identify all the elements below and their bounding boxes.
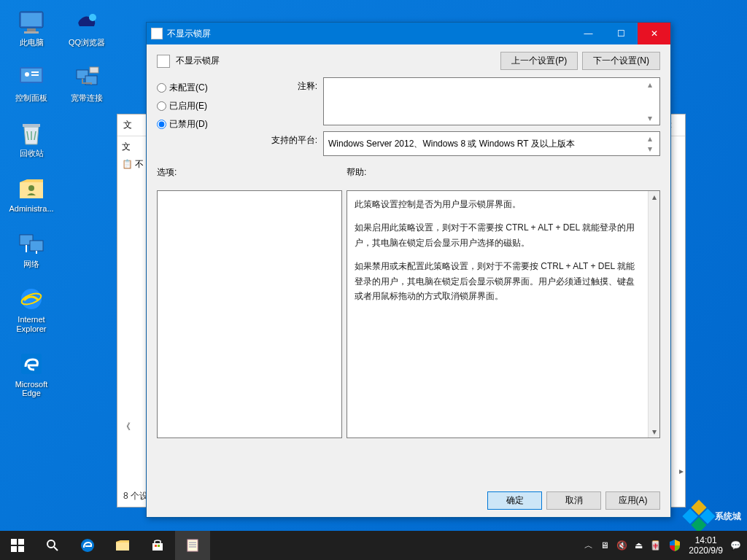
icon-label: Administra...: [9, 204, 53, 213]
desktop-icon-this-pc[interactable]: 此电脑: [7, 7, 55, 47]
tray-ime-icon[interactable]: 🀄: [650, 540, 661, 551]
prev-setting-button[interactable]: 上一个设置(P): [500, 52, 578, 70]
bg-window-prefix: 文: [123, 119, 132, 131]
svg-rect-8: [31, 74, 39, 76]
svg-rect-24: [11, 546, 17, 552]
platforms-field: Windows Server 2012、Windows 8 或 Windows …: [323, 131, 660, 156]
watermark-text: 系统城: [715, 510, 741, 523]
options-label: 选项:: [157, 166, 347, 179]
policy-icon: [157, 55, 170, 68]
tray-usb-icon[interactable]: ⏏: [635, 540, 643, 551]
icon-label: 此电脑: [20, 38, 44, 47]
system-tray: ︿ 🖥 🔇 ⏏ 🀄 14:01 2020/9/9 💬: [578, 535, 747, 556]
svg-rect-2: [27, 28, 36, 31]
options-box: [157, 190, 342, 438]
help-p2: 如果启用此策略设置，则对于不需要按 CTRL + ALT + DEL 就能登录的…: [355, 220, 639, 250]
scroll-up-icon[interactable]: ▴: [649, 191, 659, 203]
dialog-icon: [151, 28, 163, 39]
comment-textarea[interactable]: ▴▾: [323, 77, 660, 125]
desktop-icon-broadband[interactable]: 宽带连接: [63, 63, 111, 102]
clock-time: 14:01: [689, 535, 723, 545]
radio-disabled[interactable]: 已禁用(D): [157, 118, 252, 131]
icon-label: 回收站: [20, 149, 44, 158]
tray-shield-icon[interactable]: [668, 539, 681, 552]
maximize-button[interactable]: ☐: [605, 23, 638, 44]
taskbar-explorer[interactable]: [105, 531, 140, 560]
ok-button[interactable]: 确定: [487, 491, 542, 510]
platforms-label: 支持的平台:: [266, 131, 317, 156]
desktop-icon-network[interactable]: 网络: [7, 229, 55, 268]
radio-group: 未配置(C) 已启用(E) 已禁用(D): [157, 77, 252, 156]
bg-arrow: 《: [122, 421, 131, 433]
taskbar-edge[interactable]: [70, 531, 105, 560]
start-button[interactable]: [0, 531, 35, 560]
desktop-icons: 此电脑 控制面板 回收站 Administra... 网络 Internet E…: [7, 7, 55, 397]
bg-status-text: 8 个设: [123, 490, 148, 502]
cancel-button[interactable]: 取消: [546, 491, 601, 510]
watermark-logo-icon: [682, 499, 715, 532]
svg-point-18: [89, 14, 96, 21]
scroll-up-icon[interactable]: ▴: [648, 79, 658, 90]
help-p3: 如果禁用或未配置此策略设置，则对于不需要按 CTRL + ALT + DEL 就…: [355, 259, 639, 303]
svg-rect-7: [31, 71, 39, 73]
scroll-right-icon[interactable]: ▸: [679, 466, 684, 476]
svg-rect-29: [116, 542, 129, 551]
minimize-button[interactable]: —: [572, 23, 605, 44]
desktop-icon-recycle-bin[interactable]: 回收站: [7, 118, 55, 158]
svg-point-26: [47, 540, 55, 548]
tray-volume-icon[interactable]: 🔇: [616, 540, 627, 551]
search-button[interactable]: [35, 531, 70, 560]
desktop-icon-qq-browser[interactable]: QQ浏览器: [63, 7, 111, 47]
svg-rect-12: [30, 241, 43, 251]
tray-notifications-icon[interactable]: 💬: [730, 540, 741, 551]
icon-label: QQ浏览器: [69, 38, 105, 47]
svg-rect-21: [90, 67, 98, 73]
icon-label: Internet Explorer: [7, 315, 55, 332]
scroll-down-icon[interactable]: ▾: [649, 426, 659, 438]
svg-rect-23: [18, 539, 24, 545]
next-setting-button[interactable]: 下一个设置(N): [582, 52, 660, 70]
taskbar-clock[interactable]: 14:01 2020/9/9: [689, 535, 723, 556]
desktop-icon-control-panel[interactable]: 控制面板: [7, 63, 55, 102]
desktop-icon-edge[interactable]: Microsoft Edge: [7, 349, 55, 397]
svg-line-27: [54, 547, 58, 551]
taskbar-notepad[interactable]: [175, 531, 210, 560]
close-button[interactable]: ✕: [638, 23, 670, 44]
desktop-icon-ie[interactable]: Internet Explorer: [7, 284, 55, 332]
scroll-down-icon[interactable]: ▾: [648, 144, 658, 154]
icon-label: 宽带连接: [71, 93, 103, 102]
svg-rect-22: [11, 539, 17, 545]
svg-point-10: [28, 185, 34, 191]
svg-rect-1: [21, 13, 42, 26]
icon-label: 控制面板: [15, 93, 47, 102]
titlebar[interactable]: 不显示锁屏 — ☐ ✕: [147, 23, 670, 44]
watermark: 系统城: [687, 505, 741, 528]
scroll-up-icon[interactable]: ▴: [648, 133, 658, 144]
desktop-icon-administrator[interactable]: Administra...: [7, 174, 55, 213]
dialog-title: 不显示锁屏: [167, 28, 572, 40]
help-scrollbar[interactable]: ▴ ▾: [648, 191, 659, 438]
help-box: 此策略设置控制是否为用户显示锁屏界面。 如果启用此策略设置，则对于不需要按 CT…: [347, 190, 660, 438]
help-p1: 此策略设置控制是否为用户显示锁屏界面。: [355, 197, 639, 211]
bg-hint: 📋 不: [122, 158, 144, 171]
radio-enabled[interactable]: 已启用(E): [157, 100, 252, 112]
svg-rect-9: [23, 124, 40, 127]
svg-rect-32: [158, 545, 160, 547]
svg-rect-3: [24, 31, 39, 34]
radio-not-configured[interactable]: 未配置(C): [157, 82, 252, 94]
desktop: 此电脑 控制面板 回收站 Administra... 网络 Internet E…: [0, 0, 747, 560]
svg-rect-33: [187, 540, 198, 551]
svg-rect-31: [155, 545, 157, 547]
clock-date: 2020/9/9: [689, 545, 723, 556]
platforms-text: Windows Server 2012、Windows 8 或 Windows …: [328, 138, 575, 150]
tray-network-icon[interactable]: 🖥: [600, 540, 609, 551]
policy-dialog: 不显示锁屏 — ☐ ✕ 不显示锁屏 上一个设置(P) 下一个设置(N) 未配置(…: [146, 22, 671, 518]
taskbar-store[interactable]: [140, 531, 175, 560]
tray-chevron-icon[interactable]: ︿: [584, 540, 593, 552]
apply-button[interactable]: 应用(A): [605, 491, 660, 510]
svg-point-6: [25, 72, 29, 77]
policy-heading: 不显示锁屏: [176, 55, 220, 67]
help-label: 帮助:: [347, 166, 366, 179]
scroll-down-icon[interactable]: ▾: [648, 113, 658, 123]
taskbar: ︿ 🖥 🔇 ⏏ 🀄 14:01 2020/9/9 💬: [0, 531, 747, 560]
